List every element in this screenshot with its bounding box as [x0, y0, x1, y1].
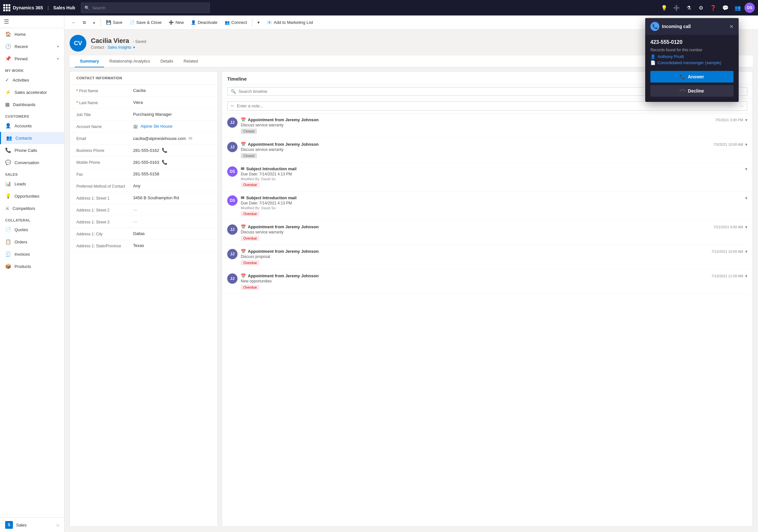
sidebar-item-competitors[interactable]: ⚔ Competitors	[0, 202, 64, 214]
sidebar-item-phone-calls[interactable]: 📞 Phone Calls	[0, 144, 64, 157]
sidebar-label-leads: Leads	[15, 182, 26, 186]
mobile-phone-call-icon[interactable]: 📞	[162, 160, 167, 165]
field-value-street3: ---	[133, 219, 211, 224]
people-icon[interactable]: 👥	[732, 2, 743, 13]
timeline-item-sub: Discuss service warranty	[241, 123, 712, 127]
expand-icon-2[interactable]: ▾	[745, 142, 747, 147]
record-name: Cacilia Viera	[91, 37, 129, 44]
shortcut-button[interactable]: ⬧	[89, 18, 99, 27]
pinned-icon: 📌	[5, 56, 11, 61]
deactivate-button[interactable]: 👤 Deactivate	[188, 18, 221, 27]
back-icon: ←	[72, 20, 76, 25]
sidebar-item-activities[interactable]: ✓ Activities	[0, 74, 64, 86]
timeline-item-title-4: ✉ Subject Introduction mail	[241, 195, 742, 200]
more-button[interactable]: ▾	[254, 18, 263, 27]
sales-bottom-caret: ◇	[56, 523, 59, 527]
note-input[interactable]	[237, 103, 737, 108]
business-phone-call-icon[interactable]: 📞	[162, 148, 167, 153]
recent-icon: 🕐	[5, 44, 11, 49]
expand-icon-7[interactable]: ▾	[745, 273, 747, 279]
expand-icon-4[interactable]: ▾	[745, 195, 747, 200]
chat-icon[interactable]: 💬	[720, 2, 731, 13]
sidebar-item-pinned[interactable]: 📌 Pinned ▾	[0, 53, 64, 65]
new-button[interactable]: ➕ New	[165, 18, 187, 27]
connect-button[interactable]: 👥 Connect	[222, 18, 250, 27]
help-icon[interactable]: ❓	[708, 2, 719, 13]
sidebar-item-products[interactable]: 📦 Products	[0, 260, 64, 272]
field-value-email: cacilia@alpineskihouse.com ✉	[133, 136, 211, 141]
sidebar-item-contacts[interactable]: 👥 Contacts	[0, 132, 64, 144]
expand-icon-3[interactable]: ▾	[745, 166, 747, 171]
tab-relationship-analytics[interactable]: Relationship Analytics	[104, 55, 155, 67]
user-avatar[interactable]: DS	[744, 3, 755, 13]
popup-close-button[interactable]: ✕	[729, 23, 734, 30]
two-col-layout: CONTACT INFORMATION *First Name Cacilia …	[70, 71, 753, 527]
app-launcher-icon[interactable]	[3, 4, 10, 11]
sidebar-item-leads[interactable]: 📊 Leads	[0, 178, 64, 190]
sidebar-item-sales-accelerator[interactable]: ⚡ Sales accelerator	[0, 86, 64, 98]
field-value-business-phone: 281-555-0162 📞	[133, 148, 211, 153]
filter-icon[interactable]: ⚗	[683, 2, 694, 13]
save-close-button[interactable]: 📄 Save & Close	[126, 18, 165, 27]
dashboards-icon: ▦	[5, 102, 10, 107]
sidebar-label-dashboards: Dashboards	[13, 102, 35, 107]
decline-button[interactable]: 📞 Decline	[650, 85, 734, 97]
timeline-badge-closed-2: Closed	[241, 153, 257, 158]
products-icon: 📦	[5, 264, 11, 269]
tab-details[interactable]: Details	[155, 55, 179, 67]
note-options-icon[interactable]: ⋯	[740, 103, 744, 108]
note-input-row[interactable]: ✏ ⋯	[227, 101, 747, 111]
section-header-mywork: My Work	[0, 65, 64, 74]
add-marketing-button[interactable]: 📧 Add to Marketing List	[264, 18, 316, 27]
timeline-item-title-7: 📅 Appointment from Jeremy Johnson	[241, 273, 708, 278]
sidebar-label-sales-accelerator: Sales accelerator	[15, 90, 47, 95]
record-view-link[interactable]: Sales Insights	[107, 45, 131, 50]
sidebar-item-accounts[interactable]: 👤 Accounts	[0, 120, 64, 132]
expand-icon-5[interactable]: ▾	[745, 225, 747, 230]
sidebar-item-conversation[interactable]: 💬 Conversation	[0, 157, 64, 169]
save-button[interactable]: 💾 Save	[103, 18, 126, 27]
settings-icon[interactable]: ⚙	[696, 2, 706, 13]
sidebar-item-opportunities[interactable]: 💡 Opportunities	[0, 190, 64, 202]
timeline-item-sub-7: New opportunities	[241, 279, 708, 283]
tab-summary[interactable]: Summary	[75, 55, 104, 67]
lightbulb-icon[interactable]: 💡	[659, 2, 670, 13]
sidebar-item-home[interactable]: 🏠 Home	[0, 28, 64, 40]
sidebar-item-sales-bottom[interactable]: S Sales ◇	[0, 518, 64, 532]
add-icon[interactable]: ➕	[671, 2, 682, 13]
sidebar-label-opportunities: Opportunities	[15, 194, 39, 198]
field-label-first-name: *First Name	[76, 88, 128, 93]
leads-icon: 📊	[5, 181, 11, 187]
expand-icon-6[interactable]: ▾	[745, 249, 747, 254]
expand-icon[interactable]: ▾	[745, 117, 747, 123]
sidebar-item-orders[interactable]: 📋 Orders	[0, 236, 64, 248]
record-link-messenger[interactable]: 📄 Consolidated messenger (sample)	[650, 60, 734, 65]
sidebar-item-dashboards[interactable]: ▦ Dashboards	[0, 98, 64, 111]
sidebar-toggle-icon[interactable]: ☰	[4, 18, 9, 25]
sidebar-item-recent[interactable]: 🕐 Recent ▾	[0, 40, 64, 53]
answer-phone-icon: 📞	[680, 74, 685, 79]
mobile-phone-text: 281-555-0163	[133, 160, 159, 165]
timeline-item-date-7: 7/13/2021 11:00 AM	[711, 274, 743, 278]
account-link[interactable]: Alpine Ski House	[141, 124, 172, 129]
form-view-button[interactable]: ⧉	[80, 18, 89, 27]
global-search-bar[interactable]: 🔍	[81, 3, 210, 13]
field-label-job-title: Job Title	[76, 112, 128, 117]
sidebar-item-invoices[interactable]: 🧾 Invoices	[0, 248, 64, 260]
orders-icon: 📋	[5, 239, 11, 245]
email-compose-icon[interactable]: ✉	[189, 136, 192, 141]
record-link-anthony[interactable]: 👤 Anthony Pruitt	[650, 54, 734, 59]
sidebar-item-quotes[interactable]: 📄 Quotes	[0, 224, 64, 236]
tab-related[interactable]: Related	[178, 55, 203, 67]
record-subtitle: Contact · Sales Insights ▾	[91, 45, 146, 50]
answer-button[interactable]: 📞 Answer	[650, 71, 734, 83]
back-button[interactable]: ←	[68, 18, 79, 27]
field-label-last-name: *Last Name	[76, 100, 128, 105]
sidebar-label-conversation: Conversation	[15, 160, 39, 165]
recent-caret-icon: ▾	[57, 45, 59, 49]
search-input[interactable]	[92, 6, 206, 10]
timeline-item: JJ 📅 Appointment from Jeremy Johnson Dis…	[222, 138, 752, 162]
calendar-icon-2: 📅	[241, 142, 246, 147]
nav-icons-group: 💡 ➕ ⚗ ⚙ ❓ 💬 👥 DS	[659, 2, 755, 13]
timeline-item-sub-5: Discuss service warranty	[241, 230, 710, 234]
